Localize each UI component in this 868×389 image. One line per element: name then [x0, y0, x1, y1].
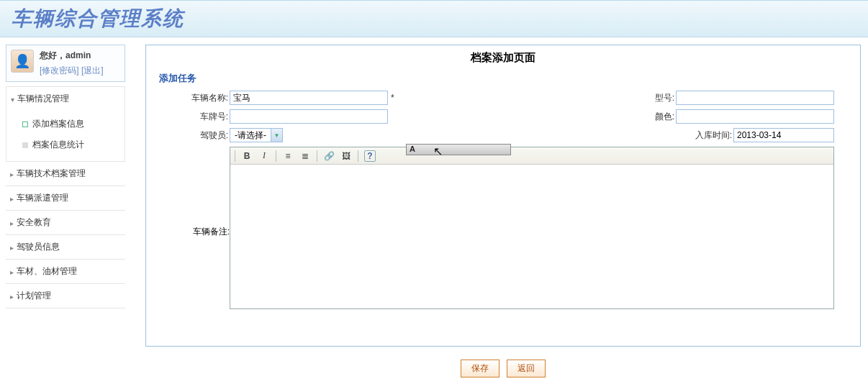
- bullet-active-icon: [22, 122, 28, 127]
- chevron-right-icon: [10, 193, 14, 203]
- nav-add-archive[interactable]: 添加档案信息: [19, 114, 125, 134]
- nav-label: 车辆技术档案管理: [17, 168, 86, 180]
- driver-selected-text: -请选择-: [230, 129, 271, 142]
- link-button[interactable]: 🔗: [323, 150, 335, 162]
- model-input[interactable]: [676, 91, 834, 105]
- nav-driver-info[interactable]: 驾驶员信息: [6, 235, 125, 260]
- sub-label: 档案信息统计: [32, 139, 84, 151]
- nav-tech-archive[interactable]: 车辆技术档案管理: [6, 162, 125, 186]
- nav-archive-stats[interactable]: 档案信息统计: [19, 134, 125, 155]
- entry-time-label: 入库时间:: [676, 129, 733, 142]
- avatar-icon: 👤: [11, 50, 34, 73]
- vehicle-name-label: 车辆名称:: [172, 92, 230, 104]
- bullet-icon: [22, 142, 28, 148]
- image-button[interactable]: 🖼: [340, 150, 352, 162]
- app-title: 车辆综合管理系统: [12, 5, 184, 32]
- ordered-list-button[interactable]: ≡: [282, 150, 294, 162]
- editor-body[interactable]: [230, 165, 833, 308]
- model-label: 型号:: [618, 92, 676, 104]
- page-title: 档案添加页面: [159, 48, 847, 72]
- user-card: 👤 您好，admin [修改密码] [退出]: [6, 45, 125, 82]
- plate-input[interactable]: [230, 109, 388, 124]
- color-label: 颜色:: [618, 111, 676, 123]
- nav-plan[interactable]: 计划管理: [6, 284, 125, 308]
- rich-text-editor: B I ≡ ≣ 🔗 🖼 ?: [230, 147, 834, 309]
- required-mark: *: [388, 93, 394, 103]
- nav-safety[interactable]: 安全教育: [6, 211, 125, 235]
- save-button[interactable]: 保存: [461, 360, 499, 377]
- vehicle-name-input[interactable]: [230, 91, 388, 105]
- nav-label: 计划管理: [17, 290, 51, 302]
- unordered-list-button[interactable]: ≣: [299, 150, 311, 162]
- chevron-down-icon: [11, 94, 14, 104]
- bold-button[interactable]: B: [241, 150, 253, 162]
- italic-button[interactable]: I: [258, 150, 270, 162]
- nav-dispatch[interactable]: 车辆派遣管理: [6, 186, 125, 211]
- section-legend: 添加任务: [159, 72, 847, 85]
- app-banner: 车辆综合管理系统: [0, 0, 868, 37]
- driver-select[interactable]: -请选择- ▼: [230, 128, 283, 142]
- entry-time-input[interactable]: [733, 128, 834, 142]
- nav-materials[interactable]: 车材、油材管理: [6, 260, 125, 284]
- driver-label: 驾驶员:: [172, 129, 230, 142]
- dropdown-arrow-icon: ▼: [271, 129, 282, 142]
- color-input[interactable]: [676, 109, 834, 124]
- chevron-right-icon: [10, 242, 14, 252]
- remark-label: 车辆备注:: [172, 147, 230, 309]
- nav-label: 车材、油材管理: [17, 265, 77, 278]
- content-panel: 档案添加页面 添加任务 车辆名称: * 型号: 车牌号:: [145, 45, 861, 347]
- change-password-link[interactable]: [修改密码]: [40, 65, 79, 75]
- nav-label: 车辆情况管理: [17, 93, 69, 105]
- greeting-text: 您好，admin: [40, 50, 104, 62]
- help-button[interactable]: ?: [364, 150, 376, 162]
- nav-vehicle-status[interactable]: 车辆情况管理: [6, 86, 125, 111]
- sub-label: 添加档案信息: [32, 118, 84, 130]
- nav-label: 驾驶员信息: [17, 241, 60, 253]
- chevron-right-icon: [10, 267, 14, 277]
- logout-link[interactable]: [退出]: [81, 65, 104, 75]
- nav-vehicle-status-submenu: 添加档案信息 档案信息统计: [6, 111, 125, 162]
- nav-label: 车辆派遣管理: [17, 192, 68, 204]
- plate-label: 车牌号:: [172, 111, 230, 123]
- chevron-right-icon: [10, 218, 14, 228]
- chevron-right-icon: [10, 169, 14, 179]
- editor-toolbar: B I ≡ ≣ 🔗 🖼 ?: [230, 147, 833, 165]
- sidebar: 👤 您好，admin [修改密码] [退出] 车辆情况管理 添加档案信息 档案信…: [0, 37, 131, 385]
- chevron-right-icon: [10, 291, 14, 301]
- nav-label: 安全教育: [17, 216, 51, 229]
- back-button[interactable]: 返回: [507, 360, 546, 377]
- ime-candidate-box[interactable]: A: [406, 144, 511, 155]
